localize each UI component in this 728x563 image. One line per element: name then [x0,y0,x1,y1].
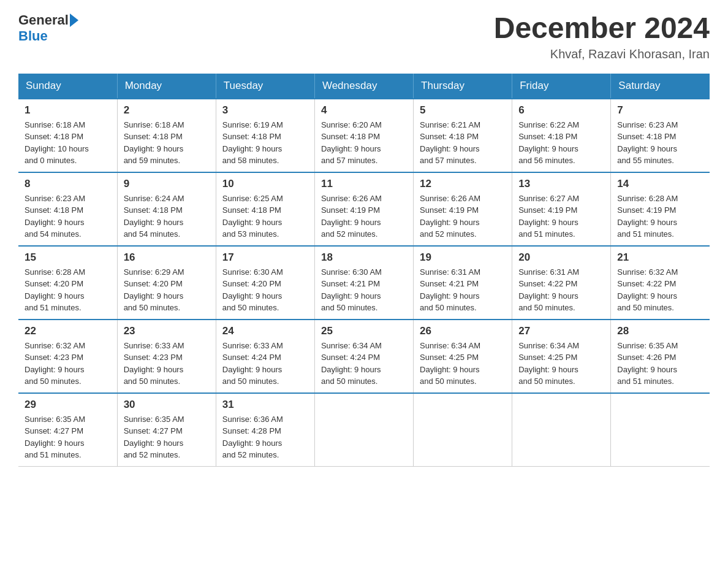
day-info: Sunrise: 6:20 AMSunset: 4:18 PMDaylight:… [321,119,407,167]
day-info: Sunrise: 6:30 AMSunset: 4:21 PMDaylight:… [321,266,407,314]
weekday-header-friday: Friday [512,74,611,99]
day-number: 12 [420,178,506,190]
calendar-title: December 2024 [494,12,710,45]
day-number: 30 [124,399,210,411]
day-info: Sunrise: 6:32 AMSunset: 4:23 PMDaylight:… [25,340,111,388]
day-info: Sunrise: 6:34 AMSunset: 4:25 PMDaylight:… [518,340,604,388]
day-cell-7: 7Sunrise: 6:23 AMSunset: 4:18 PMDaylight… [611,99,710,172]
day-info: Sunrise: 6:31 AMSunset: 4:22 PMDaylight:… [518,266,604,314]
day-number: 2 [124,104,210,117]
day-number: 29 [25,399,111,411]
day-number: 6 [518,104,604,117]
week-row-4: 22Sunrise: 6:32 AMSunset: 4:23 PMDayligh… [18,320,710,393]
day-info: Sunrise: 6:28 AMSunset: 4:19 PMDaylight:… [617,193,703,240]
empty-cell [414,393,512,467]
day-number: 3 [222,104,308,117]
day-cell-2: 2Sunrise: 6:18 AMSunset: 4:18 PMDaylight… [117,99,216,172]
week-row-3: 15Sunrise: 6:28 AMSunset: 4:20 PMDayligh… [18,246,710,320]
week-row-2: 8Sunrise: 6:23 AMSunset: 4:18 PMDaylight… [18,172,710,246]
logo-triangle-icon [70,13,78,27]
day-info: Sunrise: 6:18 AMSunset: 4:18 PMDaylight:… [25,119,111,167]
day-info: Sunrise: 6:32 AMSunset: 4:22 PMDaylight:… [617,266,703,314]
day-cell-15: 15Sunrise: 6:28 AMSunset: 4:20 PMDayligh… [18,246,117,320]
day-cell-29: 29Sunrise: 6:35 AMSunset: 4:27 PMDayligh… [18,393,117,467]
day-number: 1 [25,104,111,117]
day-number: 11 [321,178,407,190]
day-cell-25: 25Sunrise: 6:34 AMSunset: 4:24 PMDayligh… [314,320,413,393]
logo-line2: Blue [18,28,78,44]
day-info: Sunrise: 6:23 AMSunset: 4:18 PMDaylight:… [25,193,111,240]
day-number: 8 [25,178,111,190]
day-cell-16: 16Sunrise: 6:29 AMSunset: 4:20 PMDayligh… [117,246,216,320]
weekday-header-sunday: Sunday [18,74,117,99]
day-cell-17: 17Sunrise: 6:30 AMSunset: 4:20 PMDayligh… [216,246,314,320]
day-number: 20 [518,251,604,264]
day-info: Sunrise: 6:21 AMSunset: 4:18 PMDaylight:… [420,119,506,167]
day-number: 19 [420,251,506,264]
day-info: Sunrise: 6:30 AMSunset: 4:20 PMDaylight:… [222,266,308,314]
day-info: Sunrise: 6:33 AMSunset: 4:23 PMDaylight:… [124,340,210,388]
day-cell-12: 12Sunrise: 6:26 AMSunset: 4:19 PMDayligh… [414,172,512,246]
day-info: Sunrise: 6:24 AMSunset: 4:18 PMDaylight:… [124,193,210,240]
day-number: 13 [518,178,604,190]
day-cell-27: 27Sunrise: 6:34 AMSunset: 4:25 PMDayligh… [512,320,611,393]
weekday-header-wednesday: Wednesday [314,74,413,99]
day-info: Sunrise: 6:23 AMSunset: 4:18 PMDaylight:… [617,119,703,167]
day-info: Sunrise: 6:36 AMSunset: 4:28 PMDaylight:… [222,413,308,461]
weekday-header-row: SundayMondayTuesdayWednesdayThursdayFrid… [18,74,710,99]
day-cell-6: 6Sunrise: 6:22 AMSunset: 4:18 PMDaylight… [512,99,611,172]
day-info: Sunrise: 6:31 AMSunset: 4:21 PMDaylight:… [420,266,506,314]
day-cell-14: 14Sunrise: 6:28 AMSunset: 4:19 PMDayligh… [611,172,710,246]
day-cell-22: 22Sunrise: 6:32 AMSunset: 4:23 PMDayligh… [18,320,117,393]
day-info: Sunrise: 6:35 AMSunset: 4:27 PMDaylight:… [25,413,111,461]
day-info: Sunrise: 6:26 AMSunset: 4:19 PMDaylight:… [420,193,506,240]
day-number: 17 [222,251,308,264]
day-cell-4: 4Sunrise: 6:20 AMSunset: 4:18 PMDaylight… [314,99,413,172]
empty-cell [314,393,413,467]
day-number: 16 [124,251,210,264]
day-cell-31: 31Sunrise: 6:36 AMSunset: 4:28 PMDayligh… [216,393,314,467]
day-info: Sunrise: 6:25 AMSunset: 4:18 PMDaylight:… [222,193,308,240]
logo-blue: Blue [18,28,48,44]
day-cell-30: 30Sunrise: 6:35 AMSunset: 4:27 PMDayligh… [117,393,216,467]
day-number: 28 [617,325,703,337]
week-row-1: 1Sunrise: 6:18 AMSunset: 4:18 PMDaylight… [18,99,710,172]
weekday-header-tuesday: Tuesday [216,74,314,99]
day-cell-26: 26Sunrise: 6:34 AMSunset: 4:25 PMDayligh… [414,320,512,393]
day-number: 10 [222,178,308,190]
weekday-header-saturday: Saturday [611,74,710,99]
day-cell-23: 23Sunrise: 6:33 AMSunset: 4:23 PMDayligh… [117,320,216,393]
day-cell-8: 8Sunrise: 6:23 AMSunset: 4:18 PMDaylight… [18,172,117,246]
day-cell-13: 13Sunrise: 6:27 AMSunset: 4:19 PMDayligh… [512,172,611,246]
day-info: Sunrise: 6:26 AMSunset: 4:19 PMDaylight:… [321,193,407,240]
day-info: Sunrise: 6:29 AMSunset: 4:20 PMDaylight:… [124,266,210,314]
day-info: Sunrise: 6:35 AMSunset: 4:27 PMDaylight:… [124,413,210,461]
day-info: Sunrise: 6:18 AMSunset: 4:18 PMDaylight:… [124,119,210,167]
day-number: 4 [321,104,407,117]
day-cell-3: 3Sunrise: 6:19 AMSunset: 4:18 PMDaylight… [216,99,314,172]
logo-wrapper: General Blue [18,12,78,44]
page-header: General Blue December 2024 Khvaf, Razavi… [18,12,710,61]
logo-general: General [18,12,69,28]
day-number: 5 [420,104,506,117]
title-section: December 2024 Khvaf, Razavi Khorasan, Ir… [494,12,710,61]
day-cell-28: 28Sunrise: 6:35 AMSunset: 4:26 PMDayligh… [611,320,710,393]
day-number: 31 [222,399,308,411]
calendar-table: SundayMondayTuesdayWednesdayThursdayFrid… [18,74,710,467]
day-info: Sunrise: 6:34 AMSunset: 4:25 PMDaylight:… [420,340,506,388]
day-number: 23 [124,325,210,337]
empty-cell [512,393,611,467]
day-number: 18 [321,251,407,264]
calendar-subtitle: Khvaf, Razavi Khorasan, Iran [494,47,710,61]
logo-line1: General [18,12,78,28]
day-number: 7 [617,104,703,117]
week-row-5: 29Sunrise: 6:35 AMSunset: 4:27 PMDayligh… [18,393,710,467]
day-cell-5: 5Sunrise: 6:21 AMSunset: 4:18 PMDaylight… [414,99,512,172]
day-number: 24 [222,325,308,337]
day-cell-11: 11Sunrise: 6:26 AMSunset: 4:19 PMDayligh… [314,172,413,246]
day-number: 21 [617,251,703,264]
day-cell-10: 10Sunrise: 6:25 AMSunset: 4:18 PMDayligh… [216,172,314,246]
weekday-header-monday: Monday [117,74,216,99]
day-info: Sunrise: 6:28 AMSunset: 4:20 PMDaylight:… [25,266,111,314]
empty-cell [611,393,710,467]
